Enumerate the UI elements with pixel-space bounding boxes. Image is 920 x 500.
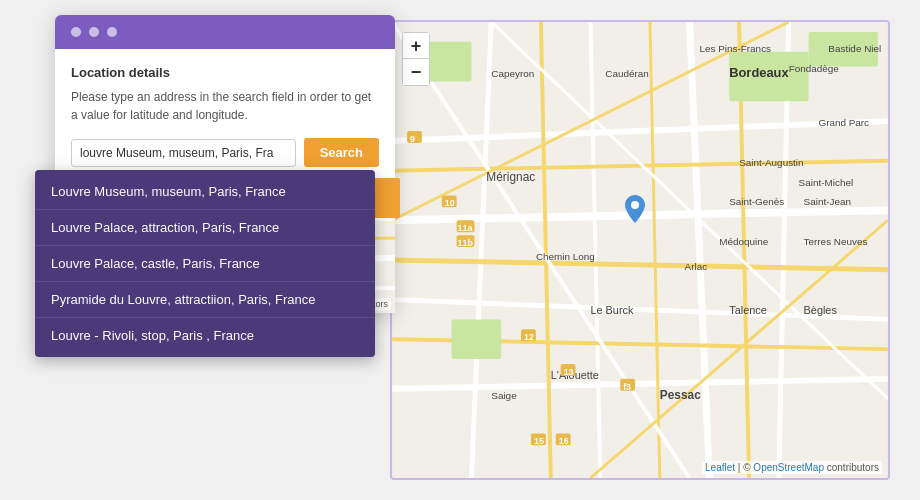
svg-text:Saint-Jean: Saint-Jean [804,196,851,207]
header-dot-3 [107,27,117,37]
search-input[interactable] [71,139,296,167]
svg-text:Grand Parc: Grand Parc [818,117,869,128]
svg-text:11a: 11a [458,223,474,233]
svg-rect-22 [452,319,502,359]
svg-text:15: 15 [534,436,544,446]
svg-text:10: 10 [445,198,455,208]
svg-text:Mérignac: Mérignac [486,170,535,184]
svg-text:Saint-Genès: Saint-Genès [729,196,784,207]
svg-point-63 [631,201,639,209]
suggestion-item-2[interactable]: Louvre Palace, castle, Paris, France [35,246,375,282]
suggestion-item-3[interactable]: Pyramide du Louvre, attractiion, Paris, … [35,282,375,318]
widget-header [55,15,395,49]
zoom-controls: + − [402,32,430,86]
svg-text:Les Pins-Francs: Les Pins-Francs [699,43,771,54]
attribution-suffix: contributors [827,462,879,473]
search-row: Search [71,138,379,167]
svg-text:Pessac: Pessac [660,388,701,402]
suggestion-item-0[interactable]: Louvre Museum, museum, Paris, France [35,174,375,210]
svg-text:Fondadège: Fondadège [789,63,840,74]
zoom-in-button[interactable]: + [403,33,429,59]
svg-text:Bastide Niel: Bastide Niel [828,43,881,54]
header-dot-2 [89,27,99,37]
leaflet-link[interactable]: Leaflet [705,462,735,473]
attribution-separator: | © [738,462,754,473]
svg-text:13: 13 [564,367,574,377]
suggestion-item-4[interactable]: Louvre - Rivoli, stop, Paris , France [35,318,375,353]
widget-body: Location details Please type an address … [55,49,395,183]
svg-text:Arlac: Arlac [685,261,708,272]
zoom-out-button[interactable]: − [403,59,429,85]
svg-text:f3: f3 [623,382,631,392]
svg-text:Saint-Augustin: Saint-Augustin [739,157,803,168]
map-marker [625,195,645,223]
header-dot-1 [71,27,81,37]
svg-text:Capeyron: Capeyron [491,68,534,79]
osm-link[interactable]: OpenStreetMap [753,462,824,473]
svg-text:11b: 11b [458,238,474,248]
svg-text:16: 16 [559,436,569,446]
suggestion-item-1[interactable]: Louvre Palace, attraction, Paris, France [35,210,375,246]
svg-text:9: 9 [410,134,415,144]
svg-text:12: 12 [524,332,534,342]
svg-text:Talence: Talence [729,304,767,316]
map-container[interactable]: Bordeaux Mérignac Grand Parc Fondadège L… [390,20,890,480]
svg-text:Chemin Long: Chemin Long [536,251,595,262]
svg-text:Bègles: Bègles [804,304,838,316]
svg-text:Saint-Michel: Saint-Michel [799,177,854,188]
svg-text:Le Burck: Le Burck [590,304,634,316]
svg-text:Saige: Saige [491,390,517,401]
location-description: Please type an address in the search fie… [71,88,379,124]
map-attribution: Leaflet | © OpenStreetMap contributors [702,461,882,474]
location-title: Location details [71,65,379,80]
suggestions-dropdown: Louvre Museum, museum, Paris, France Lou… [35,170,375,357]
svg-text:Bordeaux: Bordeaux [729,65,789,80]
search-button[interactable]: Search [304,138,379,167]
svg-rect-0 [392,22,888,478]
svg-text:Caudéran: Caudéran [605,68,649,79]
svg-text:Médoquine: Médoquine [719,236,769,247]
svg-text:Terres Neuves: Terres Neuves [804,236,868,247]
